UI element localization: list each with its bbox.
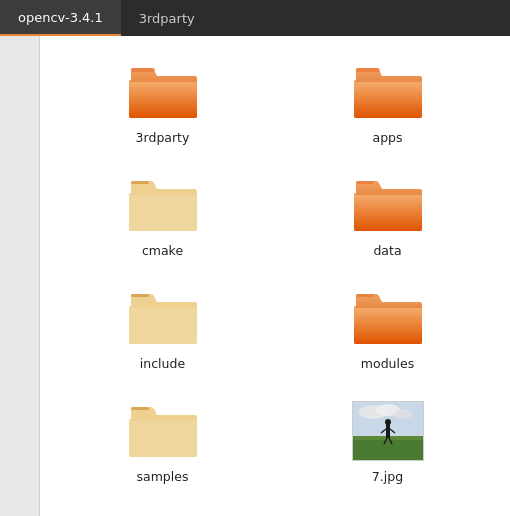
svg-rect-0 bbox=[131, 68, 155, 72]
file-name: 7.jpg bbox=[372, 469, 403, 484]
svg-rect-6 bbox=[131, 407, 149, 410]
svg-rect-3 bbox=[356, 181, 374, 184]
svg-rect-2 bbox=[131, 181, 149, 184]
folder-icon bbox=[127, 401, 199, 461]
folder-icon bbox=[352, 288, 424, 348]
file-name: data bbox=[373, 243, 401, 258]
svg-point-10 bbox=[393, 409, 413, 419]
file-name: samples bbox=[137, 469, 189, 484]
svg-rect-4 bbox=[131, 294, 149, 297]
folder-icon bbox=[127, 175, 199, 235]
folder-icon bbox=[352, 62, 424, 122]
tab-3rdparty[interactable]: 3rdparty bbox=[121, 0, 213, 36]
file-name: include bbox=[140, 356, 185, 371]
svg-rect-5 bbox=[356, 294, 374, 297]
svg-rect-13 bbox=[386, 424, 390, 438]
list-item[interactable]: data bbox=[275, 165, 500, 268]
file-grid: 3rdparty apps bbox=[50, 52, 500, 494]
list-item[interactable]: 3rdparty bbox=[50, 52, 275, 155]
file-name: 3rdparty bbox=[136, 130, 190, 145]
file-name: apps bbox=[372, 130, 402, 145]
tab-3rdparty-label: 3rdparty bbox=[139, 11, 195, 26]
list-item[interactable]: samples bbox=[50, 391, 275, 494]
list-item[interactable]: include bbox=[50, 278, 275, 381]
folder-icon bbox=[127, 62, 199, 122]
svg-rect-1 bbox=[356, 68, 380, 72]
sidebar bbox=[0, 36, 40, 516]
tab-opencv-label: opencv-3.4.1 bbox=[18, 10, 103, 25]
list-item[interactable]: 7.jpg bbox=[275, 391, 500, 494]
file-name: cmake bbox=[142, 243, 183, 258]
list-item[interactable]: apps bbox=[275, 52, 500, 155]
folder-icon bbox=[127, 288, 199, 348]
list-item[interactable]: cmake bbox=[50, 165, 275, 268]
main-layout: 3rdparty apps bbox=[0, 36, 510, 516]
tab-opencv[interactable]: opencv-3.4.1 bbox=[0, 0, 121, 36]
file-name: modules bbox=[361, 356, 414, 371]
list-item[interactable]: modules bbox=[275, 278, 500, 381]
svg-point-14 bbox=[385, 419, 391, 425]
file-area: 3rdparty apps bbox=[40, 36, 510, 516]
folder-icon bbox=[352, 175, 424, 235]
image-thumbnail bbox=[352, 401, 424, 461]
titlebar: opencv-3.4.1 3rdparty bbox=[0, 0, 510, 36]
